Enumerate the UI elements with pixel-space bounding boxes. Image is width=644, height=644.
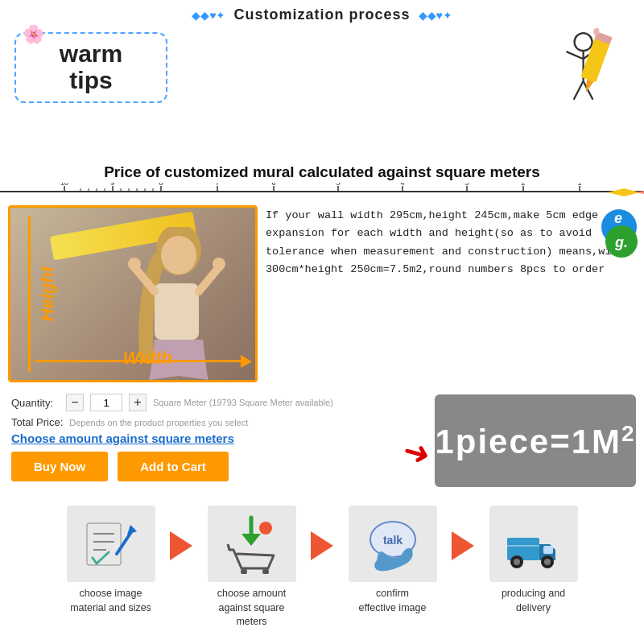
svg-text:9: 9 xyxy=(110,183,114,187)
step-item-3: talk confirmeffective image xyxy=(330,506,455,615)
total-price-label: Total Price: xyxy=(11,416,63,428)
quantity-label: Quantity: xyxy=(11,397,60,409)
svg-text:5: 5 xyxy=(336,183,340,187)
flower-decoration: 🌸 xyxy=(23,24,44,45)
qty-increase-button[interactable]: + xyxy=(129,394,147,411)
svg-text:10: 10 xyxy=(60,183,68,187)
svg-text:7: 7 xyxy=(215,183,219,187)
eg-badge: e g. xyxy=(583,207,639,263)
ruler: 10 9 8 7 6 5 4 3 2 1 xyxy=(0,183,644,200)
svg-text:8: 8 xyxy=(159,183,163,187)
step-item-4: producing anddelivery xyxy=(471,506,596,615)
svg-point-47 xyxy=(128,258,141,270)
svg-text:6: 6 xyxy=(271,183,275,187)
warm-text: warm xyxy=(27,40,155,67)
svg-line-2 xyxy=(567,52,584,59)
wall-photo: Height Width xyxy=(8,205,258,382)
buy-now-button[interactable]: Buy Now xyxy=(11,452,108,481)
deco-left: ◆◆♥✦ xyxy=(192,9,225,22)
qty-decrease-button[interactable]: − xyxy=(66,394,84,411)
main-title: Price of customized mural calculated aga… xyxy=(0,163,644,181)
svg-marker-60 xyxy=(242,534,261,546)
svg-point-71 xyxy=(514,559,520,565)
pencil-figure xyxy=(539,26,620,114)
step-icon-3: talk xyxy=(349,506,437,582)
add-to-cart-button[interactable]: Add to Cart xyxy=(118,452,229,481)
step-label-3: confirmeffective image xyxy=(359,587,427,615)
qty-input[interactable] xyxy=(90,394,122,411)
svg-point-44 xyxy=(161,236,196,275)
top-header: ◆◆♥✦ Customization process ◆◆♥✦ xyxy=(0,0,644,27)
svg-line-62 xyxy=(228,544,229,550)
description-text: If your wall width 295cm,height 245cm,ma… xyxy=(266,205,636,279)
step-item-2: choose amountagainst squaremeters xyxy=(189,506,314,630)
svg-line-46 xyxy=(199,267,219,291)
deco-right: ◆◆♥✦ xyxy=(419,9,452,22)
step-label-4: producing anddelivery xyxy=(502,587,565,615)
middle-section: Height Width e g. If your wall width 295… xyxy=(0,200,644,387)
svg-text:3: 3 xyxy=(464,183,469,187)
steps-section: choose imagematerial and sizes choose am… xyxy=(0,496,644,634)
svg-text:1: 1 xyxy=(577,183,581,187)
svg-rect-68 xyxy=(507,538,539,560)
svg-point-73 xyxy=(544,559,551,565)
step-item-1: choose imagematerial and sizes xyxy=(48,506,173,615)
total-price-value: Depends on the product properties you se… xyxy=(69,418,248,427)
qty-unit-info: Square Meter (19793 Square Meter availab… xyxy=(153,398,333,407)
tips-text: tips xyxy=(27,67,155,93)
header-title: Customization process xyxy=(233,6,410,23)
one-piece-text: 1piece=1M2 xyxy=(435,421,635,461)
step-label-1: choose imagematerial and sizes xyxy=(70,587,151,615)
width-label: Width xyxy=(123,348,172,369)
height-label: Height xyxy=(37,266,58,321)
one-piece-box: 1piece=1M2 xyxy=(435,394,636,487)
step-icon-1 xyxy=(67,506,155,582)
step-icon-2 xyxy=(208,506,296,582)
svg-text:e: e xyxy=(614,210,622,226)
svg-text:g.: g. xyxy=(614,234,628,250)
arrow-right xyxy=(241,355,252,368)
wall-photo-inner: Height Width xyxy=(10,208,255,380)
step-icon-4 xyxy=(489,506,578,582)
svg-text:4: 4 xyxy=(400,183,404,187)
svg-text:2: 2 xyxy=(521,183,525,187)
svg-line-4 xyxy=(574,81,584,100)
svg-text:talk: talk xyxy=(383,534,402,547)
svg-rect-43 xyxy=(155,283,199,340)
svg-rect-10 xyxy=(0,191,644,192)
step-label-2: choose amountagainst squaremeters xyxy=(217,587,286,630)
svg-point-61 xyxy=(259,522,272,535)
svg-marker-40 xyxy=(608,188,640,196)
svg-rect-69 xyxy=(543,546,553,554)
height-arrow xyxy=(28,216,31,372)
svg-point-0 xyxy=(575,33,592,51)
svg-point-48 xyxy=(213,258,225,270)
